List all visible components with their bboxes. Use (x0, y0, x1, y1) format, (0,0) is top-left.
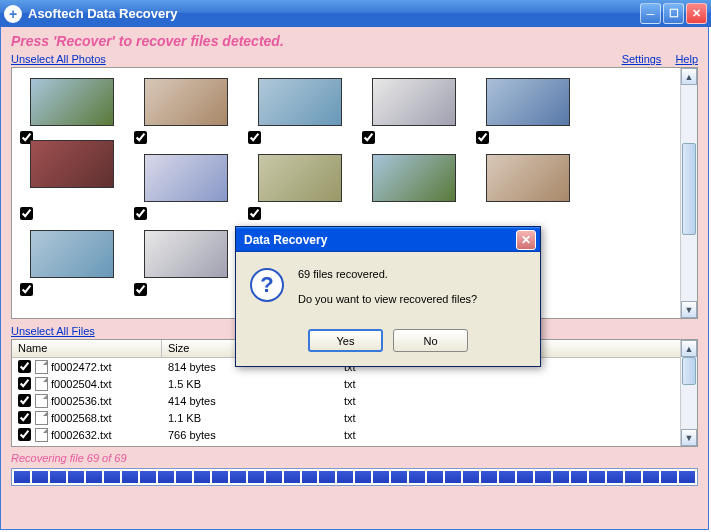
dialog-titlebar: Data Recovery ✕ (236, 227, 540, 252)
unselect-all-photos-link[interactable]: Unselect All Photos (11, 53, 106, 65)
maximize-button[interactable]: ☐ (663, 3, 684, 24)
scroll-down-icon[interactable]: ▼ (681, 429, 697, 446)
progress-segment (248, 471, 264, 483)
file-name: f0002568.txt (51, 412, 112, 424)
scroll-thumb[interactable] (682, 357, 696, 385)
no-button[interactable]: No (393, 329, 468, 352)
progress-segment (284, 471, 300, 483)
unselect-all-files-link[interactable]: Unselect All Files (11, 325, 95, 337)
file-checkbox[interactable] (18, 360, 31, 373)
photo-thumbnail (144, 230, 228, 278)
progress-segment (661, 471, 677, 483)
photo-item[interactable] (254, 154, 346, 202)
app-icon: + (4, 5, 22, 23)
progress-segment (194, 471, 210, 483)
progress-segment (571, 471, 587, 483)
progress-segment (68, 471, 84, 483)
photo-checkbox[interactable] (134, 131, 147, 144)
photo-checkbox[interactable] (20, 207, 33, 220)
window-title: Asoftech Data Recovery (28, 6, 640, 21)
photo-checkbox[interactable] (248, 131, 261, 144)
file-checkbox[interactable] (18, 428, 31, 441)
instruction-text: Press 'Recover' to recover files detecte… (11, 33, 698, 49)
column-header-name[interactable]: Name (12, 340, 162, 357)
file-extension: txt (338, 412, 486, 424)
help-link[interactable]: Help (675, 53, 698, 65)
file-size: 1.5 KB (162, 378, 338, 390)
photo-item[interactable] (368, 78, 460, 126)
scroll-up-icon[interactable]: ▲ (681, 68, 697, 85)
progress-segment (104, 471, 120, 483)
photo-item[interactable] (140, 230, 232, 278)
progress-bar (11, 468, 698, 486)
progress-segment (230, 471, 246, 483)
photo-checkbox[interactable] (20, 283, 33, 296)
table-row[interactable]: f0002504.txt1.5 KBtxt (12, 375, 680, 392)
table-row[interactable]: f0002632.txt766 bytestxt (12, 426, 680, 443)
settings-link[interactable]: Settings (622, 53, 662, 65)
progress-segment (319, 471, 335, 483)
table-row[interactable]: f0002536.txt414 bytestxt (12, 392, 680, 409)
photo-item[interactable] (140, 78, 232, 126)
progress-segment (517, 471, 533, 483)
progress-segment (86, 471, 102, 483)
file-size: 766 bytes (162, 429, 338, 441)
progress-segment (589, 471, 605, 483)
file-name: f0002632.txt (51, 429, 112, 441)
photo-checkbox[interactable] (248, 207, 261, 220)
progress-segment (679, 471, 695, 483)
photo-item[interactable] (26, 78, 118, 126)
file-size: 414 bytes (162, 395, 338, 407)
photo-item[interactable] (140, 154, 232, 202)
photo-thumbnail (30, 78, 114, 126)
file-checkbox[interactable] (18, 377, 31, 390)
file-extension: txt (338, 395, 486, 407)
progress-segment (122, 471, 138, 483)
file-checkbox[interactable] (18, 394, 31, 407)
file-scrollbar[interactable]: ▲ ▼ (680, 340, 697, 446)
yes-button[interactable]: Yes (308, 329, 383, 352)
photo-item[interactable] (482, 78, 574, 126)
progress-segment (212, 471, 228, 483)
progress-segment (337, 471, 353, 483)
photo-thumbnail (372, 78, 456, 126)
status-text: Recovering file 69 of 69 (11, 452, 698, 464)
dialog-title: Data Recovery (244, 233, 516, 247)
progress-segment (553, 471, 569, 483)
recovery-dialog: Data Recovery ✕ ? 69 files recovered. Do… (235, 226, 541, 367)
photo-thumbnail (144, 154, 228, 202)
dialog-close-button[interactable]: ✕ (516, 230, 536, 250)
progress-segment (643, 471, 659, 483)
progress-segment (391, 471, 407, 483)
progress-segment (266, 471, 282, 483)
photo-thumbnail (486, 78, 570, 126)
photo-checkbox[interactable] (476, 131, 489, 144)
dialog-message: 69 files recovered. Do you want to view … (298, 266, 477, 315)
progress-segment (607, 471, 623, 483)
scroll-thumb[interactable] (682, 143, 696, 235)
dialog-line1: 69 files recovered. (298, 266, 477, 283)
photo-thumbnail (144, 78, 228, 126)
progress-segment (158, 471, 174, 483)
progress-segment (355, 471, 371, 483)
close-button[interactable]: ✕ (686, 3, 707, 24)
photo-checkbox[interactable] (362, 131, 375, 144)
question-icon: ? (250, 268, 284, 302)
photo-item[interactable] (254, 78, 346, 126)
table-row[interactable]: f0002568.txt1.1 KBtxt (12, 409, 680, 426)
scroll-up-icon[interactable]: ▲ (681, 340, 697, 357)
photo-checkbox[interactable] (134, 283, 147, 296)
photo-checkbox[interactable] (134, 207, 147, 220)
photo-item[interactable] (26, 230, 118, 278)
photo-item[interactable] (26, 140, 118, 202)
photo-item[interactable] (482, 154, 574, 202)
photo-item[interactable] (368, 154, 460, 202)
scroll-down-icon[interactable]: ▼ (681, 301, 697, 318)
progress-segment (373, 471, 389, 483)
minimize-button[interactable]: ─ (640, 3, 661, 24)
file-checkbox[interactable] (18, 411, 31, 424)
file-name: f0002472.txt (51, 361, 112, 373)
progress-segment (481, 471, 497, 483)
photo-scrollbar[interactable]: ▲ ▼ (680, 68, 697, 318)
dialog-line2: Do you want to view recovered files? (298, 291, 477, 308)
